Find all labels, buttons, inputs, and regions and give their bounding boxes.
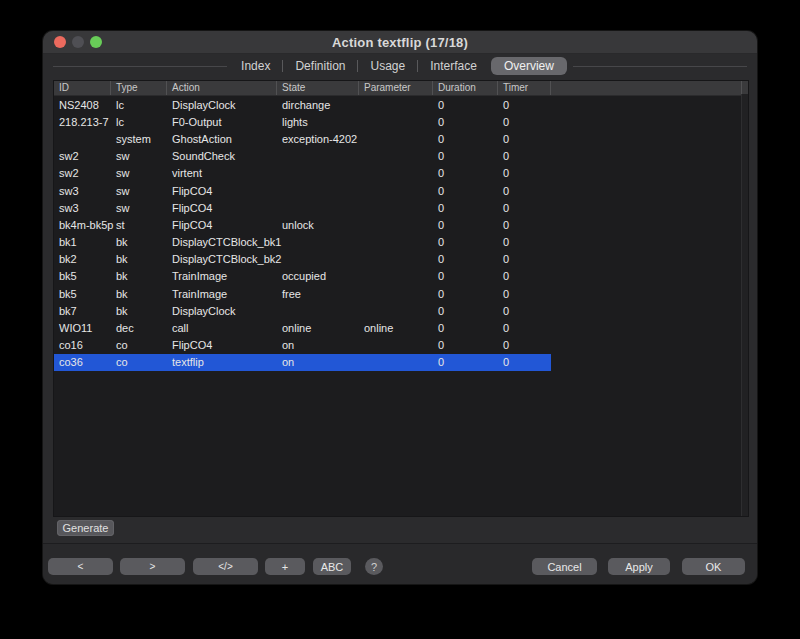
tab-index[interactable]: Index [233,57,278,75]
table-cell-state: lights [277,116,359,128]
table-cell-type: bk [111,236,167,248]
table-cell-action: DisplayClock [167,305,277,317]
table-cell-state: free [277,288,359,300]
table-cell-type: sw [111,150,167,162]
table-cell-timer: 0 [498,167,551,179]
table-row[interactable]: WIO11deccallonlineonline00 [54,319,551,336]
table-cell-state: exception-4202 [277,133,359,145]
table-cell-timer: 0 [498,150,551,162]
table-cell-type: bk [111,305,167,317]
table-cell-action: DisplayCTCBlock_bk1 [167,236,277,248]
close-window-icon[interactable] [54,36,66,48]
scrollbar-track[interactable] [741,94,748,516]
next-button[interactable]: > [120,558,185,575]
table-cell-timer: 0 [498,219,551,231]
table-cell-action: virtent [167,167,277,179]
table-row[interactable]: bk1bkDisplayCTCBlock_bk100 [54,234,551,251]
table-row[interactable]: systemGhostActionexception-420200 [54,130,551,147]
tab-overview[interactable]: Overview [491,57,567,75]
table-cell-type: bk [111,270,167,282]
table-cell-timer: 0 [498,202,551,214]
table-cell-type: lc [111,116,167,128]
table-cell-timer: 0 [498,99,551,111]
table-cell-timer: 0 [498,133,551,145]
ok-button[interactable]: OK [682,558,745,575]
help-icon[interactable]: ? [365,558,383,575]
generate-button[interactable]: Generate [57,520,114,536]
column-header-state[interactable]: State [277,81,359,95]
tab-separator [357,60,358,72]
tab-usage[interactable]: Usage [362,57,413,75]
tab-separator [282,60,283,72]
table-cell-duration: 0 [433,202,498,214]
add-button[interactable]: + [265,558,305,575]
zoom-window-icon[interactable] [90,36,102,48]
table-cell-parameter: online [359,322,433,334]
table-row[interactable]: bk5bkTrainImagefree00 [54,285,551,302]
table-cell-state: on [277,339,359,351]
table-header: IDTypeActionStateParameterDurationTimer [54,81,748,96]
tab-interface[interactable]: Interface [422,57,485,75]
table-cell-type: sw [111,167,167,179]
column-header-duration[interactable]: Duration [433,81,498,95]
table-cell-state: dirchange [277,99,359,111]
table-cell-action: SoundCheck [167,150,277,162]
table-cell-timer: 0 [498,116,551,128]
table-cell-id: WIO11 [54,322,111,334]
cancel-button[interactable]: Cancel [532,558,597,575]
table-cell-timer: 0 [498,356,551,368]
table-cell-duration: 0 [433,288,498,300]
table-cell-duration: 0 [433,305,498,317]
table-row[interactable]: co16coFlipCO4on00 [54,337,551,354]
column-header-type[interactable]: Type [111,81,167,95]
previous-button[interactable]: < [48,558,113,575]
column-header-action[interactable]: Action [167,81,277,95]
table-cell-id: co16 [54,339,111,351]
table-cell-id: bk5 [54,270,111,282]
table-row[interactable]: bk7bkDisplayClock00 [54,302,551,319]
column-header-filler [551,81,742,95]
table-cell-action: GhostAction [167,133,277,145]
table-row[interactable]: sw3swFlipCO400 [54,199,551,216]
apply-button[interactable]: Apply [608,558,670,575]
table-cell-action: FlipCO4 [167,202,277,214]
table-cell-action: FlipCO4 [167,339,277,351]
table-cell-action: DisplayClock [167,99,277,111]
table-cell-id: bk5 [54,288,111,300]
table-cell-id: bk4m-bk5p [54,219,111,231]
table-cell-action: textflip [167,356,277,368]
table-cell-duration: 0 [433,116,498,128]
table-cell-timer: 0 [498,270,551,282]
table-cell-duration: 0 [433,167,498,179]
table-cell-type: system [111,133,167,145]
footer-bar: < > </> + ABC ? Cancel Apply OK [43,543,757,584]
table-cell-action: FlipCO4 [167,219,277,231]
table-row[interactable]: bk2bkDisplayCTCBlock_bk200 [54,251,551,268]
table-row[interactable]: NS2408lcDisplayClockdirchange00 [54,96,551,113]
table-row[interactable]: bk5bkTrainImageoccupied00 [54,268,551,285]
table-row[interactable]: bk4m-bk5pstFlipCO4unlock00 [54,216,551,233]
table-cell-timer: 0 [498,322,551,334]
column-header-timer[interactable]: Timer [498,81,551,95]
table-cell-timer: 0 [498,253,551,265]
code-view-button[interactable]: </> [193,558,258,575]
column-header-id[interactable]: ID [54,81,111,95]
table-cell-duration: 0 [433,356,498,368]
table-cell-action: call [167,322,277,334]
table-cell-id: 218.213-7 [54,116,111,128]
table-cell-type: sw [111,202,167,214]
window-title: Action textflip (17/18) [332,35,468,50]
tab-definition[interactable]: Definition [287,57,353,75]
title-bar[interactable]: Action textflip (17/18) [43,31,757,54]
table-cell-type: dec [111,322,167,334]
table-row[interactable]: sw3swFlipCO400 [54,182,551,199]
table-cell-timer: 0 [498,305,551,317]
abc-button[interactable]: ABC [313,558,351,575]
table-row[interactable]: sw2swSoundCheck00 [54,148,551,165]
table-row[interactable]: 218.213-7lcF0-Outputlights00 [54,113,551,130]
table-cell-timer: 0 [498,288,551,300]
column-header-parameter[interactable]: Parameter [359,81,433,95]
table-row[interactable]: co36cotextflipon00 [54,354,551,371]
table-row[interactable]: sw2swvirtent00 [54,165,551,182]
table-cell-timer: 0 [498,236,551,248]
